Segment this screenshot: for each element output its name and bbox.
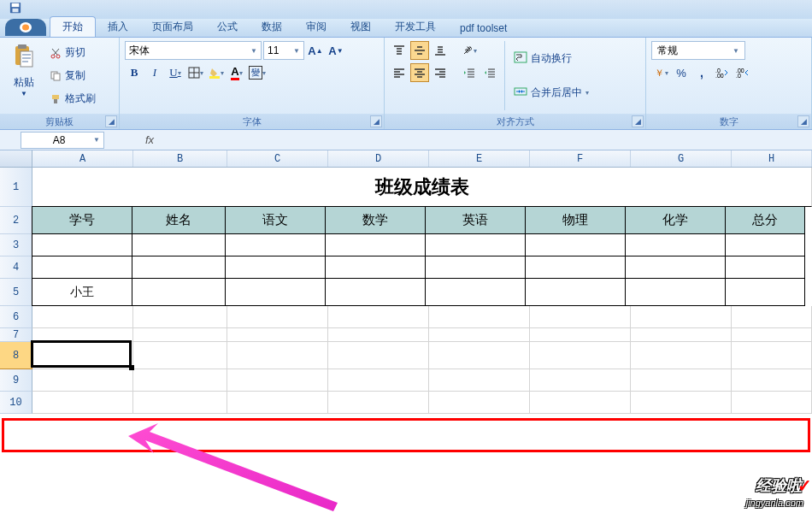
- cell[interactable]: [725, 256, 805, 279]
- cell[interactable]: [225, 256, 326, 279]
- borders-button[interactable]: ▾: [186, 63, 205, 82]
- tab-pdf-toolset[interactable]: pdf toolset: [448, 20, 519, 37]
- cell[interactable]: [325, 278, 426, 306]
- cell[interactable]: [530, 342, 631, 369]
- fx-icon[interactable]: fx: [145, 133, 154, 146]
- table-header[interactable]: 英语: [425, 206, 526, 234]
- row-header[interactable]: 10: [0, 392, 32, 414]
- grow-font-button[interactable]: A▲: [306, 41, 325, 60]
- cell[interactable]: [133, 392, 227, 414]
- tab-insert[interactable]: 插入: [96, 17, 140, 37]
- cell[interactable]: [732, 328, 812, 342]
- row-header[interactable]: 6: [0, 306, 32, 328]
- cell[interactable]: [530, 369, 631, 392]
- fill-color-button[interactable]: ▾: [207, 63, 226, 82]
- cell[interactable]: [328, 392, 429, 414]
- cell[interactable]: [32, 342, 133, 369]
- tab-home[interactable]: 开始: [50, 16, 96, 37]
- cell[interactable]: [429, 342, 530, 369]
- cell[interactable]: [425, 278, 526, 306]
- cell[interactable]: [225, 233, 326, 256]
- cell[interactable]: [325, 233, 426, 256]
- office-button[interactable]: [5, 19, 46, 36]
- increase-decimal-button[interactable]: .0.00: [713, 63, 732, 82]
- cell[interactable]: [133, 369, 227, 392]
- cell[interactable]: [732, 342, 812, 369]
- table-header[interactable]: 物理: [525, 206, 626, 234]
- cell[interactable]: [625, 278, 726, 306]
- cell[interactable]: [732, 306, 812, 328]
- row-header[interactable]: 8: [0, 342, 32, 369]
- cell[interactable]: [732, 369, 812, 392]
- cell[interactable]: [631, 342, 732, 369]
- cell[interactable]: [631, 328, 732, 342]
- col-header-g[interactable]: G: [631, 150, 732, 167]
- col-header-a[interactable]: A: [32, 150, 133, 167]
- tab-view[interactable]: 视图: [338, 17, 383, 37]
- tab-data[interactable]: 数据: [250, 17, 294, 37]
- align-left-button[interactable]: [390, 63, 409, 82]
- cell[interactable]: [625, 233, 726, 256]
- italic-button[interactable]: I: [145, 63, 164, 82]
- align-bottom-button[interactable]: [431, 41, 450, 60]
- font-launcher[interactable]: ◢: [370, 115, 382, 127]
- cut-button[interactable]: 剪切: [46, 44, 99, 62]
- table-header[interactable]: 化学: [625, 206, 726, 234]
- cell[interactable]: [725, 278, 805, 306]
- cell[interactable]: [133, 342, 227, 369]
- col-header-e[interactable]: E: [429, 150, 530, 167]
- cell[interactable]: [525, 256, 626, 279]
- table-header[interactable]: 数学: [325, 206, 426, 234]
- name-box[interactable]: A8▼: [21, 132, 104, 149]
- font-size-dropdown[interactable]: 11▼: [263, 41, 304, 60]
- accounting-format-button[interactable]: ￥▾: [651, 63, 670, 82]
- cell[interactable]: [429, 328, 530, 342]
- cell[interactable]: [725, 233, 805, 256]
- cell[interactable]: [429, 306, 530, 328]
- cell[interactable]: [530, 392, 631, 414]
- cell[interactable]: [631, 306, 732, 328]
- table-header[interactable]: 总分: [725, 206, 805, 234]
- row-header[interactable]: 1: [0, 168, 32, 207]
- paste-button[interactable]: 粘贴 ▼: [5, 41, 43, 110]
- wrap-text-button[interactable]: 自动换行: [510, 50, 592, 68]
- decrease-decimal-button[interactable]: .00.0: [733, 63, 752, 82]
- cell[interactable]: [429, 369, 530, 392]
- comma-button[interactable]: ,: [692, 63, 711, 82]
- shrink-font-button[interactable]: A▼: [327, 41, 345, 60]
- tab-review[interactable]: 审阅: [294, 17, 338, 37]
- cell[interactable]: [132, 278, 226, 306]
- number-launcher[interactable]: ◢: [797, 115, 809, 127]
- font-color-button[interactable]: A▾: [227, 63, 246, 82]
- row-header[interactable]: 7: [0, 328, 32, 342]
- col-header-b[interactable]: B: [133, 150, 227, 167]
- col-header-d[interactable]: D: [328, 150, 429, 167]
- cell[interactable]: [530, 328, 631, 342]
- alignment-launcher[interactable]: ◢: [632, 115, 644, 127]
- cell[interactable]: [227, 328, 328, 342]
- row-header[interactable]: 4: [0, 256, 32, 279]
- cell[interactable]: [429, 392, 530, 414]
- cell[interactable]: [32, 233, 132, 256]
- col-header-f[interactable]: F: [530, 150, 631, 167]
- cell[interactable]: [132, 256, 226, 279]
- align-middle-button[interactable]: [410, 41, 429, 60]
- cell[interactable]: [32, 306, 133, 328]
- increase-indent-button[interactable]: [480, 63, 499, 82]
- sheet-title[interactable]: 班级成绩表: [32, 168, 812, 207]
- percent-button[interactable]: %: [672, 63, 691, 82]
- col-header-h[interactable]: H: [732, 150, 812, 167]
- number-format-dropdown[interactable]: 常规▼: [651, 41, 745, 60]
- table-header[interactable]: 语文: [225, 206, 326, 234]
- orientation-button[interactable]: ab▾: [460, 41, 479, 60]
- underline-button[interactable]: U▾: [166, 63, 185, 82]
- align-right-button[interactable]: [431, 63, 450, 82]
- cell[interactable]: [227, 392, 328, 414]
- merge-center-button[interactable]: 合并后居中▾: [510, 84, 592, 102]
- fill-handle[interactable]: [129, 365, 134, 370]
- cell[interactable]: [631, 392, 732, 414]
- cell[interactable]: [425, 256, 526, 279]
- cells-grid[interactable]: 班级成绩表 学号 姓名 语文 数学 英语 物理 化学 总分: [32, 168, 812, 414]
- cell[interactable]: [530, 306, 631, 328]
- cell[interactable]: [328, 328, 429, 342]
